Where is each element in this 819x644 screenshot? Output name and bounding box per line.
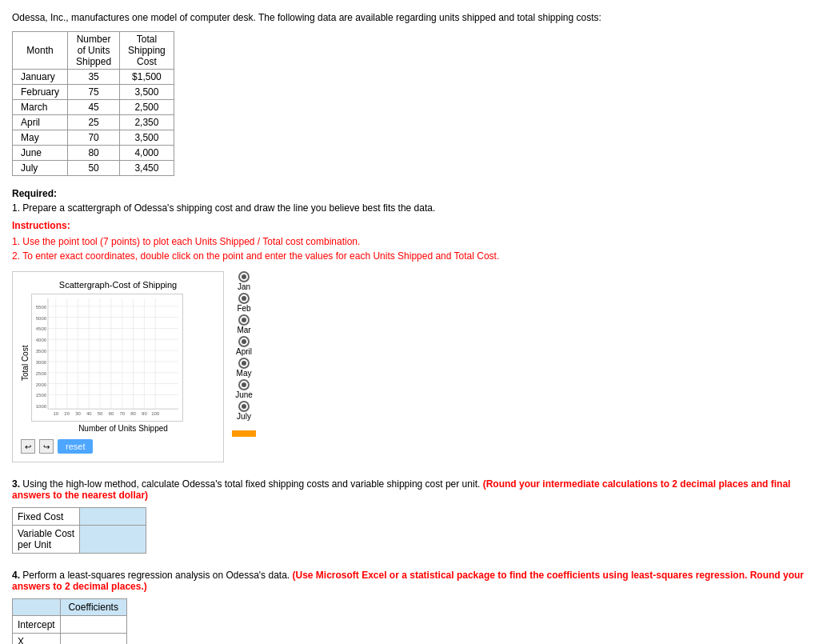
redo-button[interactable]: ↪ bbox=[39, 439, 54, 454]
section3-text: Using the high-low method, calculate Ode… bbox=[22, 478, 480, 490]
intro-text: Odessa, Inc., manufactures one model of … bbox=[12, 12, 807, 23]
svg-text:50: 50 bbox=[98, 411, 103, 416]
cell-month: February bbox=[13, 85, 68, 100]
month-item-mar[interactable]: Mar bbox=[232, 314, 256, 334]
scatter-plot[interactable]: 5500 5000 4500 4000 3500 3000 2500 2000 … bbox=[31, 294, 183, 422]
cell-units: 35 bbox=[68, 70, 120, 85]
fixed-cost-label: Fixed Cost bbox=[13, 508, 80, 526]
data-table: Month Numberof UnitsShipped TotalShippin… bbox=[12, 31, 174, 176]
fixed-cost-input-cell[interactable] bbox=[80, 508, 146, 526]
variable-cost-row: Variable Costper Unit bbox=[13, 526, 146, 554]
month-item-may[interactable]: May bbox=[232, 358, 256, 378]
svg-text:2500: 2500 bbox=[36, 371, 47, 376]
month-label-june: June bbox=[235, 390, 253, 399]
svg-text:20: 20 bbox=[64, 411, 70, 416]
month-item-jan[interactable]: Jan bbox=[232, 271, 256, 291]
chart-title: Scattergraph-Cost of Shipping bbox=[21, 280, 215, 290]
col-units: Numberof UnitsShipped bbox=[68, 32, 120, 70]
month-item-june[interactable]: June bbox=[232, 379, 256, 399]
svg-text:90: 90 bbox=[142, 411, 147, 416]
instructions-line2: 2. To enter exact coordinates, double cl… bbox=[12, 249, 807, 263]
col-month: Month bbox=[13, 32, 68, 70]
cell-month: March bbox=[13, 100, 68, 115]
table-row: May703,500 bbox=[13, 130, 174, 146]
intercept-input[interactable] bbox=[66, 618, 122, 630]
chart-area: Scattergraph-Cost of Shipping Total Cost bbox=[12, 271, 807, 462]
table-row: February753,500 bbox=[13, 85, 174, 100]
svg-text:70: 70 bbox=[119, 411, 125, 416]
instructions-title: Instructions: bbox=[12, 220, 807, 231]
cell-cost: 2,500 bbox=[120, 100, 174, 115]
reset-button[interactable]: reset bbox=[58, 439, 93, 454]
x-variable-input-cell[interactable] bbox=[60, 634, 126, 645]
variable-cost-input-cell[interactable] bbox=[80, 526, 146, 554]
month-label-feb: Feb bbox=[237, 304, 250, 313]
svg-text:80: 80 bbox=[130, 411, 136, 416]
cell-units: 25 bbox=[68, 115, 120, 130]
svg-text:1500: 1500 bbox=[36, 393, 47, 398]
cell-cost: 2,350 bbox=[120, 115, 174, 130]
cell-units: 50 bbox=[68, 161, 120, 176]
cell-units: 70 bbox=[68, 130, 120, 146]
cell-units: 45 bbox=[68, 100, 120, 115]
section4-number: 4. bbox=[12, 570, 20, 581]
cell-cost: 3,500 bbox=[120, 85, 174, 100]
orange-bar bbox=[232, 430, 256, 437]
svg-text:100: 100 bbox=[151, 411, 160, 416]
x-variable-input[interactable] bbox=[66, 642, 122, 645]
coeff-col-empty bbox=[13, 599, 61, 616]
instructions-line1: 1. Use the point tool (7 points) to plot… bbox=[12, 234, 807, 249]
required-title: Required: bbox=[12, 188, 807, 199]
cell-month: January bbox=[13, 70, 68, 85]
svg-text:10: 10 bbox=[54, 411, 59, 416]
intercept-input-cell[interactable] bbox=[60, 616, 126, 634]
x-axis-label: Number of Units Shipped bbox=[31, 424, 215, 433]
intercept-label: Intercept bbox=[13, 616, 61, 634]
section4-label: 4. Perform a least-squares regression an… bbox=[12, 570, 807, 592]
chart-container: Scattergraph-Cost of Shipping Total Cost bbox=[12, 271, 224, 462]
section-4: 4. Perform a least-squares regression an… bbox=[12, 570, 807, 644]
svg-text:2000: 2000 bbox=[36, 382, 47, 387]
cell-cost: 3,500 bbox=[120, 130, 174, 146]
month-label-jan: Jan bbox=[238, 282, 250, 291]
undo-button[interactable]: ↩ bbox=[21, 439, 35, 454]
fixed-cost-row: Fixed Cost bbox=[13, 508, 146, 526]
section3-number: 3. bbox=[12, 478, 20, 490]
month-item-july[interactable]: July bbox=[232, 401, 256, 421]
table-row: July503,450 bbox=[13, 161, 174, 176]
section3-table: Fixed Cost Variable Costper Unit bbox=[12, 507, 146, 554]
month-dot-april[interactable] bbox=[238, 336, 250, 347]
cell-units: 75 bbox=[68, 85, 120, 100]
month-label-may: May bbox=[237, 369, 252, 378]
x-variable-label: XVariable bbox=[13, 634, 61, 645]
section3-label: 3. Using the high-low method, calculate … bbox=[12, 478, 807, 501]
month-dot-feb[interactable] bbox=[238, 293, 250, 304]
month-dot-july[interactable] bbox=[238, 401, 250, 412]
fixed-cost-input[interactable] bbox=[85, 510, 141, 522]
month-dot-may[interactable] bbox=[238, 358, 250, 369]
section4-text: Perform a least-squares regression analy… bbox=[22, 570, 290, 581]
month-label-mar: Mar bbox=[237, 326, 250, 334]
svg-text:60: 60 bbox=[109, 411, 114, 416]
table-row: April252,350 bbox=[13, 115, 174, 130]
chart-controls: ↩ ↪ reset bbox=[21, 439, 215, 454]
required-section: Required: 1. Prepare a scattergraph of O… bbox=[12, 188, 807, 214]
svg-text:4500: 4500 bbox=[36, 326, 47, 331]
coefficients-table: Coefficients Intercept XVariable bbox=[12, 598, 127, 644]
month-label-april: April bbox=[236, 347, 252, 356]
month-label-july: July bbox=[237, 412, 251, 421]
cell-month: July bbox=[13, 161, 68, 176]
section-3: 3. Using the high-low method, calculate … bbox=[12, 478, 807, 554]
svg-text:4000: 4000 bbox=[36, 338, 47, 342]
cell-month: June bbox=[13, 146, 68, 161]
month-list: Jan Feb Mar April May June July bbox=[232, 271, 256, 437]
month-dot-mar[interactable] bbox=[238, 314, 250, 326]
month-item-feb[interactable]: Feb bbox=[232, 293, 256, 313]
variable-cost-input[interactable] bbox=[85, 534, 141, 546]
month-item-april[interactable]: April bbox=[232, 336, 256, 356]
intercept-row: Intercept bbox=[13, 616, 127, 634]
cell-month: April bbox=[13, 115, 68, 130]
month-dot-june[interactable] bbox=[238, 379, 250, 390]
month-dot-jan[interactable] bbox=[238, 271, 250, 282]
cell-cost: 4,000 bbox=[120, 146, 174, 161]
